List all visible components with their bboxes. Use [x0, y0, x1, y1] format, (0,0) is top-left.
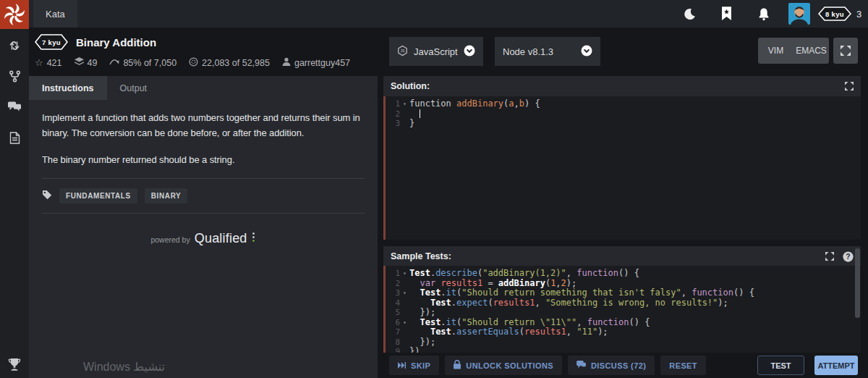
powered-by-text: powered by: [150, 235, 190, 244]
solution-panel: Solution: 1▾function addBinary(a,b) {2 3…: [383, 76, 861, 240]
code-line[interactable]: 1▾function addBinary(a,b) {: [386, 99, 861, 109]
stat-honor: 49: [75, 56, 98, 69]
attempt-button[interactable]: ATTEMPT: [814, 356, 858, 375]
code-line[interactable]: 6▾ Test.it("Should return \"11\"", funct…: [386, 318, 861, 328]
fold-arrow-icon[interactable]: ▾: [400, 288, 409, 298]
code-text: [409, 109, 420, 119]
fold-arrow-icon[interactable]: ▾: [400, 318, 409, 328]
reset-button[interactable]: RESET: [660, 356, 706, 375]
sample-tests-label: Sample Tests:: [391, 251, 451, 261]
instructions-panel: Instructions Output Implement a function…: [29, 76, 378, 378]
leaderboard-trophy-icon[interactable]: [0, 353, 29, 375]
code-text: });: [409, 337, 435, 348]
code-text: var results1 = addBinary(1,2);: [409, 279, 576, 289]
text-cursor: [420, 109, 420, 118]
codewars-kata-page: Kata: [0, 0, 868, 378]
discussions-icon[interactable]: [0, 96, 29, 117]
fold-gutter: [400, 279, 409, 289]
star-icon: ☆: [35, 58, 43, 67]
code-text: });: [409, 308, 435, 318]
skip-button[interactable]: SKIP: [389, 356, 439, 375]
code-line[interactable]: 2: [386, 109, 861, 119]
sample-tests-expand-icon[interactable]: [825, 252, 834, 261]
code-line[interactable]: 1▾Test.describe("addBinary(1,2)", functi…: [386, 269, 861, 279]
vim-mode-button[interactable]: VIM: [758, 46, 793, 56]
notifications-bell-icon[interactable]: [751, 0, 777, 28]
codewars-logo-icon[interactable]: [0, 0, 29, 29]
top-navigation-bar: Kata: [29, 0, 868, 28]
code-line[interactable]: 3▾ Test.it("Should return something that…: [386, 288, 861, 298]
sidebar: [0, 0, 29, 378]
stat-stars: ☆ 421: [35, 58, 62, 68]
tags-row: FUNDAMENTALS BINARY: [29, 179, 378, 213]
fold-arrow-icon[interactable]: ▾: [400, 269, 409, 279]
discuss-button[interactable]: DISCUSS (72): [568, 356, 655, 375]
fold-gutter: [400, 327, 409, 337]
code-text: Test.describe("addBinary(1,2)", function…: [409, 269, 639, 279]
tab-instructions[interactable]: Instructions: [29, 76, 107, 100]
kumite-fork-icon[interactable]: [0, 65, 29, 87]
code-line[interactable]: 3}: [386, 119, 861, 129]
chevron-down-icon: [464, 45, 475, 59]
code-line[interactable]: 2 var results1 = addBinary(1,2);: [386, 279, 861, 289]
line-number: 6: [386, 318, 400, 328]
dark-mode-moon-icon[interactable]: [676, 0, 702, 28]
qualified-brand-link[interactable]: Qualified: [195, 231, 247, 246]
kata-title: Binary Addition: [76, 36, 156, 49]
fast-forward-icon: [398, 361, 406, 370]
sample-tests-panel: Sample Tests: ? 1▾Test.describe("addBina…: [383, 246, 861, 353]
tag-binary[interactable]: BINARY: [145, 188, 188, 203]
kata-rank-badge[interactable]: 7 kyu: [35, 34, 68, 50]
tab-output[interactable]: Output: [107, 76, 161, 100]
code-text: Test.expect(results1, "Something is wron…: [409, 298, 728, 308]
avatar[interactable]: [788, 3, 810, 25]
runtime-select[interactable]: Node v8.1.3: [495, 37, 600, 66]
fullscreen-button[interactable]: [833, 38, 858, 64]
help-icon[interactable]: ?: [843, 251, 854, 262]
fold-gutter: [400, 119, 409, 129]
kata-train-icon[interactable]: [0, 35, 29, 56]
kata-header: 7 kyu Binary Addition: [35, 34, 156, 50]
tests-editor-scrollbar[interactable]: [855, 248, 860, 318]
author-name: garrettguy457: [294, 58, 350, 68]
code-text: Test.assertEquals(results1, "11");: [409, 327, 608, 337]
person-icon: [282, 57, 291, 68]
runtime-selected-value: Node v8.1.3: [503, 46, 553, 57]
powered-by-qualified: powered by Qualified: [29, 231, 378, 246]
bookmark-icon[interactable]: [713, 0, 739, 28]
code-line[interactable]: 5 });: [386, 308, 861, 318]
tag-fundamentals[interactable]: FUNDAMENTALS: [59, 188, 137, 203]
code-line[interactable]: 9}): [386, 347, 861, 353]
code-text: Test.it("Should return \"11\"", function…: [409, 318, 650, 328]
lock-icon: [454, 360, 461, 371]
trend-arrow-icon: [109, 58, 119, 68]
unlock-solutions-button[interactable]: UNLOCK SOLUTIONS: [445, 356, 562, 375]
stat-author[interactable]: garrettguy457: [282, 57, 350, 68]
code-line[interactable]: 8 });: [386, 337, 861, 348]
instructions-paragraph-2: The binary number returned should be a s…: [42, 153, 365, 168]
tab-kata[interactable]: Kata: [33, 0, 77, 28]
fold-gutter: [400, 308, 409, 318]
language-select[interactable]: JS JavaScript: [389, 37, 483, 66]
kata-stats-row: ☆ 421 49 85% of 7,050: [35, 56, 350, 69]
line-number: 9: [386, 347, 400, 353]
instructions-tabs: Instructions Output: [29, 76, 378, 100]
svg-text:?: ?: [846, 253, 850, 261]
solution-code-editor[interactable]: 1▾function addBinary(a,b) {2 3}: [383, 96, 861, 240]
line-number: 5: [386, 308, 400, 318]
docs-icon[interactable]: [0, 127, 29, 148]
sample-tests-code-editor[interactable]: 1▾Test.describe("addBinary(1,2)", functi…: [383, 266, 861, 353]
kata-rank-label: 7 kyu: [35, 34, 68, 50]
instructions-paragraph-1: Implement a function that adds two numbe…: [42, 111, 365, 141]
tag-icon: [42, 190, 52, 203]
expand-icon: [841, 46, 851, 56]
test-button[interactable]: TEST: [757, 356, 804, 375]
code-line[interactable]: 4 Test.expect(results1, "Something is wr…: [386, 298, 861, 308]
user-rank-badge[interactable]: 8 kyu: [817, 0, 852, 28]
code-line[interactable]: 7 Test.assertEquals(results1, "11");: [386, 327, 861, 337]
fold-gutter: [400, 337, 409, 348]
solution-expand-icon[interactable]: [845, 82, 854, 91]
fold-arrow-icon[interactable]: ▾: [400, 99, 409, 109]
target-icon: [189, 57, 198, 69]
emacs-mode-button[interactable]: EMACS: [793, 46, 829, 56]
